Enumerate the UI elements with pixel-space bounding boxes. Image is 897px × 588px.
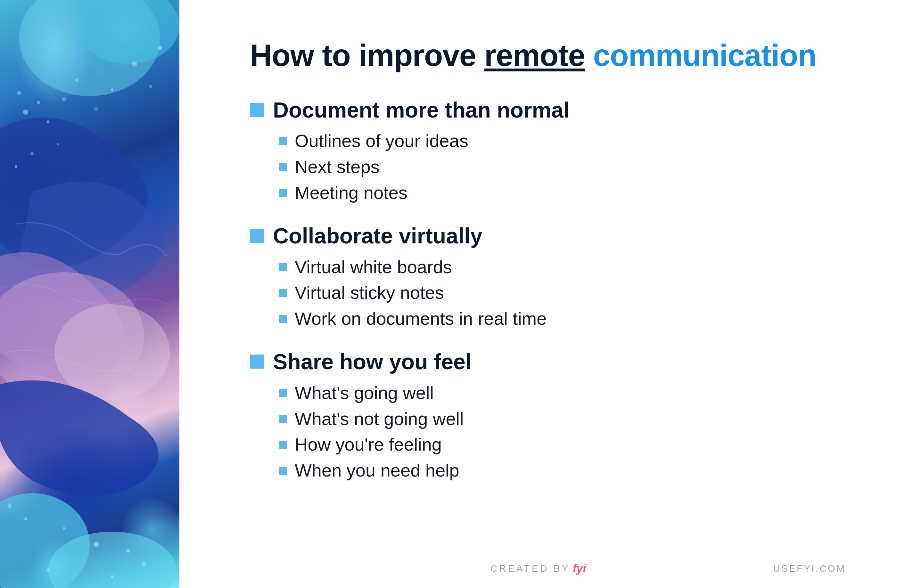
list-item: Work on documents in real time bbox=[279, 307, 846, 330]
section-share: Share how you feel What's going well Wha… bbox=[250, 350, 846, 482]
footer-brand: fyi bbox=[573, 562, 586, 575]
sub-bullet bbox=[279, 389, 287, 397]
list-section: Document more than normal Outlines of yo… bbox=[250, 98, 846, 562]
sub-item-text: When you need help bbox=[295, 459, 459, 482]
section-collaborate-header: Collaborate virtually bbox=[250, 224, 846, 248]
art-swirl-svg bbox=[0, 0, 179, 588]
svg-point-18 bbox=[31, 152, 34, 155]
svg-point-19 bbox=[15, 165, 17, 168]
svg-point-25 bbox=[111, 575, 113, 578]
svg-point-14 bbox=[132, 61, 137, 67]
sub-bullet bbox=[279, 263, 287, 271]
sub-item-text: Virtual sticky notes bbox=[295, 281, 444, 305]
list-item: What's not going well bbox=[279, 407, 846, 431]
svg-point-20 bbox=[8, 504, 12, 508]
svg-point-24 bbox=[126, 549, 130, 553]
footer-url: USEFYI.COM bbox=[773, 563, 846, 574]
section-document-header: Document more than normal bbox=[250, 98, 846, 122]
section-share-items: What's going well What's not going well … bbox=[250, 382, 846, 482]
svg-point-11 bbox=[75, 78, 78, 82]
list-item: Virtual sticky notes bbox=[279, 281, 846, 305]
sub-bullet bbox=[279, 415, 287, 423]
svg-point-6 bbox=[23, 110, 28, 115]
svg-point-17 bbox=[57, 143, 59, 145]
svg-point-10 bbox=[62, 97, 66, 102]
list-item: When you need help bbox=[279, 459, 846, 482]
section-share-title: Share how you feel bbox=[273, 350, 471, 374]
sub-item-text: Meeting notes bbox=[295, 181, 407, 205]
svg-point-12 bbox=[94, 107, 98, 111]
section-document-title: Document more than normal bbox=[273, 98, 569, 122]
sub-bullet bbox=[279, 137, 287, 145]
section-collaborate-bullet bbox=[250, 229, 264, 243]
sub-bullet bbox=[279, 289, 287, 297]
svg-point-9 bbox=[47, 121, 49, 123]
list-item: What's going well bbox=[279, 382, 846, 405]
svg-point-7 bbox=[37, 101, 40, 104]
section-collaborate-title: Collaborate virtually bbox=[273, 224, 482, 248]
sub-bullet bbox=[279, 441, 287, 449]
section-collaborate: Collaborate virtually Virtual white boar… bbox=[250, 224, 846, 330]
list-item: How you're feeling bbox=[279, 433, 846, 457]
content-area: How to improve remote communication Docu… bbox=[179, 0, 897, 588]
sub-item-text: How you're feeling bbox=[295, 433, 442, 457]
footer-created-label: CREATED BY bbox=[490, 563, 570, 574]
section-share-bullet bbox=[250, 354, 264, 369]
sub-item-text: Next steps bbox=[295, 155, 380, 179]
section-document-items: Outlines of your ideas Next steps Meetin… bbox=[250, 129, 846, 204]
svg-point-27 bbox=[142, 561, 146, 566]
footer: CREATED BY fyi USEFYI.COM bbox=[179, 562, 897, 575]
svg-point-21 bbox=[24, 518, 27, 520]
title-suffix: communication bbox=[593, 38, 816, 72]
svg-point-22 bbox=[63, 527, 66, 530]
list-item: Meeting notes bbox=[279, 181, 846, 205]
sub-bullet bbox=[279, 189, 287, 197]
title-space bbox=[585, 38, 593, 72]
list-item: Next steps bbox=[279, 155, 846, 179]
title-underlined: remote bbox=[484, 38, 585, 72]
list-item: Outlines of your ideas bbox=[279, 129, 846, 153]
section-collaborate-items: Virtual white boards Virtual sticky note… bbox=[250, 255, 846, 330]
svg-point-13 bbox=[111, 89, 113, 91]
section-document-bullet bbox=[250, 103, 264, 117]
background-art bbox=[0, 0, 179, 588]
sub-item-text: Virtual white boards bbox=[295, 255, 452, 279]
sub-item-text: What's not going well bbox=[295, 407, 464, 431]
title-prefix: How to improve bbox=[250, 38, 484, 72]
main-title: How to improve remote communication bbox=[250, 38, 846, 72]
sub-item-text: Work on documents in real time bbox=[295, 307, 546, 330]
section-document: Document more than normal Outlines of yo… bbox=[250, 98, 846, 205]
sub-bullet bbox=[279, 163, 287, 171]
svg-point-8 bbox=[17, 91, 21, 95]
title-section: How to improve remote communication bbox=[250, 38, 846, 72]
list-item: Virtual white boards bbox=[279, 255, 846, 279]
svg-point-15 bbox=[149, 85, 152, 88]
section-share-header: Share how you feel bbox=[250, 350, 846, 374]
sub-item-text: What's going well bbox=[295, 382, 434, 405]
sub-item-text: Outlines of your ideas bbox=[295, 129, 468, 153]
svg-point-16 bbox=[158, 46, 162, 50]
svg-point-3 bbox=[54, 304, 170, 400]
svg-point-23 bbox=[93, 542, 99, 547]
svg-point-26 bbox=[46, 568, 50, 572]
sub-bullet bbox=[279, 315, 287, 323]
sub-bullet bbox=[279, 467, 287, 475]
